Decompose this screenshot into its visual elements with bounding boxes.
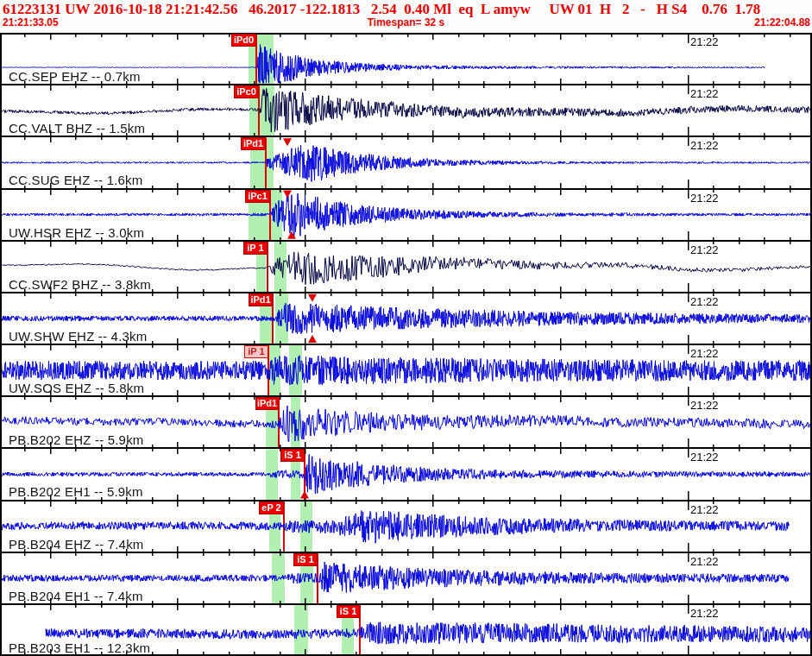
trace-row: 21:22PB.B202 EHZ -- 5.9kmiPd1 [0, 396, 812, 448]
pick-flag[interactable]: iP 1 [244, 345, 268, 358]
minute-label: 21:22 [690, 87, 719, 100]
trace-row: 21:22CC.SUG EHZ -- 1.6kmiPd1 [0, 136, 812, 188]
pick-flag[interactable]: iPc1 [245, 190, 270, 203]
minute-label: 21:22 [690, 451, 719, 464]
pick-flag[interactable]: iPd1 [249, 293, 273, 306]
station-label: CC.SUG EHZ -- 1.6km [9, 173, 142, 187]
trace-area: 21:22CC.SEP EHZ -- 0.7kmiPd021:22CC.VALT… [0, 33, 812, 656]
trace-row: 21:22PB.B204 EH1 -- 7.4kmiS 1 [0, 552, 812, 604]
minute-label: 21:22 [690, 347, 719, 360]
trace-row: 21:22CC.SWF2 BHZ -- 3.8kmiP 1 [0, 241, 812, 293]
station-label: CC.VALT BHZ -- 1.5km [9, 121, 145, 136]
station-label: CC.SEP EHZ -- 0.7km [9, 69, 141, 84]
pick-flag[interactable]: iS 1 [337, 605, 360, 618]
minute-label: 21:22 [690, 35, 719, 48]
trace-row: 21:22PB.B203 EH1 -- 12.3kmiS 1 [0, 604, 812, 656]
minute-label: 21:22 [690, 555, 719, 568]
station-label: CC.SWF2 BHZ -- 3.8km [9, 277, 151, 292]
pick-flag[interactable]: iS 1 [293, 553, 318, 566]
event-header: 61223131 UW 2016-10-18 21:21:42.56 46.20… [0, 0, 812, 33]
trace-row: 21:22UW.SHW EHZ -- 4.3kmiPd1 [0, 293, 812, 344]
pick-flag[interactable]: eP 2 [259, 501, 284, 514]
trace-row: 21:22PB.B202 EH1 -- 5.9kmiS 1 [0, 448, 812, 500]
trace-row: 21:22CC.VALT BHZ -- 1.5kmiPc0 [0, 85, 812, 136]
timespan-label: Timespan= 32 s [0, 16, 812, 28]
trace-row: 21:22UW.HSR EHZ -- 3.0kmiPc1 [0, 189, 812, 241]
minute-label: 21:22 [690, 139, 719, 152]
station-label: PB.B202 EH1 -- 5.9km [9, 484, 143, 499]
station-label: UW.SHW EHZ -- 4.3km [9, 329, 147, 344]
minute-label: 21:22 [690, 192, 719, 205]
pick-flag[interactable]: iPd1 [241, 137, 266, 150]
pick-flag[interactable]: iPc0 [234, 85, 259, 98]
window-end-time: 21:22:04.88 [754, 16, 810, 28]
pick-flag[interactable]: iPd1 [255, 397, 279, 410]
pick-flag[interactable]: iPd0 [231, 34, 256, 47]
pick-flag[interactable]: iP 1 [243, 242, 268, 255]
trace-row: 21:22CC.SEP EHZ -- 0.7kmiPd0 [0, 33, 812, 85]
station-label: PB.B202 EHZ -- 5.9km [9, 432, 144, 447]
minute-label: 21:22 [690, 295, 719, 308]
station-label: PB.B204 EHZ -- 7.4km [9, 537, 144, 552]
station-label: UW.SOS EHZ -- 5.8km [9, 381, 144, 395]
minute-label: 21:22 [690, 399, 719, 412]
minute-label: 21:22 [690, 607, 719, 620]
minute-label: 21:22 [690, 503, 719, 516]
station-label: UW.HSR EHZ -- 3.0km [9, 225, 144, 240]
pick-flag[interactable]: iS 1 [280, 449, 305, 462]
trace-row: 21:22PB.B204 EHZ -- 7.4kmeP 2 [0, 501, 812, 552]
time-window-bar: 21:21:33.05 Timespan= 32 s 21:22:04.88 [0, 16, 812, 30]
station-label: PB.B203 EH1 -- 12.3km [9, 640, 150, 655]
minute-label: 21:22 [690, 243, 719, 256]
trace-row: 21:22UW.SOS EHZ -- 5.8kmiP 1 [0, 344, 812, 396]
event-summary-line: 61223131 UW 2016-10-18 21:21:42.56 46.20… [3, 1, 760, 18]
station-label: PB.B204 EH1 -- 7.4km [9, 589, 143, 603]
